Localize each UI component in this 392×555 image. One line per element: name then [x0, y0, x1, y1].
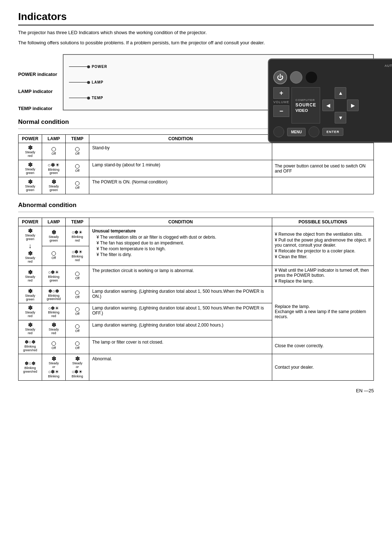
- temp-off: Off: [75, 181, 79, 190]
- remote-circle1[interactable]: [290, 71, 302, 84]
- lamp-blinking-red: ○✽☀ Blinking red: [48, 305, 60, 318]
- lamp-cell: Off: [42, 246, 66, 266]
- table-row: ✽ Steady red Off Off Stand-by: [19, 143, 374, 160]
- source-video-section: COMPUTER SOURCE VIDEO: [291, 87, 320, 123]
- th-power2: POWER: [19, 218, 42, 226]
- table-row: ✽ Steady green ○✽☀ Blinking green Off La…: [19, 160, 374, 177]
- power-steady-red3: ✽ Steady red: [25, 322, 35, 335]
- power-cell: ✽○✽ Blinking green/red: [19, 354, 42, 380]
- temp-led-text: TEMP: [92, 96, 103, 100]
- temp-cell: Off: [66, 337, 89, 354]
- enter-button[interactable]: ENTER: [322, 128, 343, 136]
- arrow-empty-4: [347, 112, 359, 123]
- arrow-center: [335, 100, 346, 111]
- lamp-cell: ✽ Steady green: [42, 226, 66, 246]
- power-steady-red2: ✽ Steady red: [25, 305, 35, 318]
- table-row: ✽○✽ Blinking green/red Off Off The lamp …: [19, 337, 374, 354]
- power-blinking-green-red: ✽○✽ Blinking green/red: [23, 339, 37, 352]
- lamp-off: Off: [52, 251, 56, 260]
- volume-up-button[interactable]: +: [273, 87, 289, 99]
- power-indicator-label: POWER indicator: [18, 72, 57, 77]
- temp-off: Off: [75, 272, 79, 280]
- lamp-blinking-green: ○✽☀ Blinking green: [48, 270, 60, 282]
- temp-cell: Off: [66, 160, 89, 177]
- temp-cell: ○✽☀ Blinking red: [66, 246, 89, 266]
- power-cell: ✽ Steady green ↓ ✽ Steady red: [19, 226, 42, 266]
- arrow-empty-1: [322, 87, 334, 99]
- notes-cell: The power button cannot be used to switc…: [272, 160, 374, 177]
- remote-row2: + VOLUME − COMPUTER SOURCE VIDEO ▲ ◀: [273, 87, 392, 123]
- remote-circle4[interactable]: [309, 126, 319, 137]
- lamp-indicator-label: LAMP indicator: [18, 89, 57, 94]
- arrow-empty-2: [347, 87, 359, 99]
- intro-line1: The projector has three LED Indicators w…: [18, 29, 374, 36]
- menu-button[interactable]: MENU: [287, 128, 306, 136]
- table-row: ✽ Steady green ✽ Steady green Off The PO…: [19, 177, 374, 194]
- table-row: ✽○✽ Blinking green/red ✽ Steady or ○✽☀ B…: [19, 354, 374, 380]
- abnormal-condition-table: POWER LAMP TEMP CONDITION POSSIBLE SOLUT…: [18, 218, 374, 381]
- temp-cell: Off: [66, 320, 89, 337]
- power-icon: ⏻: [277, 74, 283, 81]
- temp-cell: Off: [66, 266, 89, 286]
- volume-section: + VOLUME −: [273, 87, 289, 123]
- temp-off: Off: [75, 291, 79, 299]
- temp-off: Off: [75, 147, 79, 156]
- lamp-blinking-green-red: ✽○✽ Blinking green/red: [47, 288, 61, 301]
- power-cell: ✽ Steady red: [19, 266, 42, 286]
- power-steady-green: ✽ Steady green: [25, 288, 35, 301]
- table-row: ✽ Steady green ↓ ✽ Steady red ✽ Steady: [19, 226, 374, 246]
- solutions-cell: Close the cover correctly.: [272, 337, 374, 354]
- volume-down-button[interactable]: −: [273, 105, 289, 117]
- lamp-cell: ○✽☀ Blinking green: [42, 266, 66, 286]
- power-cell: ✽ Steady green: [19, 160, 42, 177]
- power-icon-steady-green: ✽ Steady green: [25, 162, 35, 175]
- condition-cell: The POWER is ON. (Normal condition): [89, 177, 272, 194]
- solutions-cell: Remove the object from the ventilation s…: [272, 226, 374, 266]
- lamp-steady-green: ✽ Steady green: [49, 179, 59, 192]
- arrow-up-button[interactable]: ▲: [335, 87, 346, 99]
- lamp-cell: ○✽☀ Blinking green: [42, 160, 66, 177]
- temp-cell: ○✽☀ Blinking red: [66, 226, 89, 246]
- temp-steady-or-blinking: ✽ Steady or ○✽☀ Blinking: [72, 356, 83, 378]
- power-button[interactable]: ⏻: [273, 70, 287, 84]
- arrow-down-button[interactable]: ▼: [335, 112, 346, 123]
- navigation-arrows: ▲ ◀ ▶ ▼: [322, 87, 359, 123]
- condition-cell: Lamp duration warning. (Lightning durati…: [89, 303, 272, 320]
- lamp-off: Off: [52, 147, 56, 156]
- power-steady-green-icon: ✽ Steady green: [25, 228, 35, 241]
- lamp-steady-red: ✽ Steady red: [49, 322, 59, 335]
- lamp-cell: Off: [42, 143, 66, 160]
- notes-cell: [272, 177, 374, 194]
- arrow-right-button[interactable]: ▶: [347, 100, 359, 111]
- condition-cell: The lamp or filter cover is not closed.: [89, 337, 272, 354]
- indicators-diagram: POWER indicator LAMP indicator TEMP indi…: [18, 53, 374, 111]
- power-cell: ✽ Steady green: [19, 286, 42, 303]
- lamp-cell: Off: [42, 337, 66, 354]
- temp-cell: Off: [66, 177, 89, 194]
- source-label: SOURCE: [295, 102, 316, 108]
- computer-label: COMPUTER: [295, 98, 316, 102]
- temp-cell: ✽ Steady or ○✽☀ Blinking: [66, 354, 89, 380]
- page-title: Indicators: [18, 11, 374, 25]
- solutions-cell: Wait until the LAMP indicator is turned …: [272, 266, 374, 286]
- condition-cell: The protection circuit is working or lam…: [89, 266, 272, 286]
- temp-blinking-red2: ○✽☀ Blinking red: [72, 249, 83, 262]
- page-number: EN —25: [18, 388, 374, 393]
- lamp-cell: ✽ Steady green: [42, 177, 66, 194]
- power-cell: ✽ Steady green: [19, 177, 42, 194]
- remote-circle3[interactable]: [273, 126, 284, 137]
- arrow-left-button[interactable]: ◀: [322, 100, 334, 111]
- remote-row1: ⏻ MUT: [273, 70, 392, 84]
- lamp-led-text: LAMP: [92, 80, 103, 84]
- power-steady-green: ✽ Steady green: [25, 179, 35, 192]
- remote-circle2[interactable]: [305, 71, 318, 84]
- temp-cell: Off: [66, 303, 89, 320]
- temp-off: Off: [75, 307, 79, 316]
- lamp-off: Off: [52, 341, 56, 350]
- power-cell: ✽ Steady red: [19, 320, 42, 337]
- abnormal-condition-heading: Abnormal condition: [18, 202, 374, 209]
- th-condition: CONDITION: [89, 135, 272, 143]
- power-cell: ✽○✽ Blinking green/red: [19, 337, 42, 354]
- solutions-cell: Replace the lamp.Exchange with a new lam…: [272, 286, 374, 337]
- lamp-steady-green: ✽ Steady green: [49, 230, 59, 243]
